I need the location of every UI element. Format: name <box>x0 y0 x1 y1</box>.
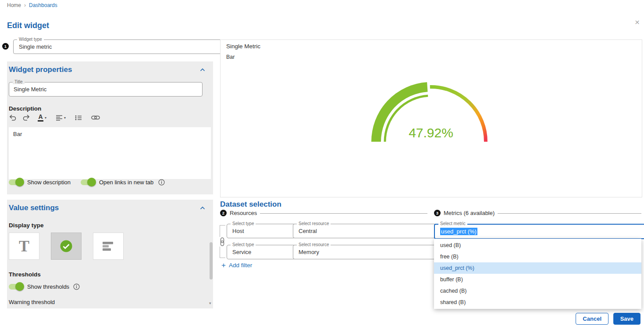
menu-item[interactable]: free (B) <box>434 251 641 262</box>
step-3-badge: 3 <box>434 210 441 216</box>
metric-select[interactable]: Select metric used_prct (%) ▴ <box>434 224 644 239</box>
dataset-selection-heading: Dataset selection <box>220 200 281 209</box>
metrics-section-header: 3 Metrics (6 available) <box>434 210 641 216</box>
widget-preview-panel: Single Metric Bar 47.92% <box>220 39 642 197</box>
chevron-up-icon[interactable] <box>200 68 205 72</box>
resource-select-1[interactable]: Select resource Central ▾ <box>293 224 444 238</box>
metrics-label: Metrics (6 available) <box>444 210 495 216</box>
menu-item-selected[interactable]: used_prct (%) <box>434 262 641 274</box>
title-field-label: Title <box>13 79 25 84</box>
display-type-gauge-button[interactable] <box>51 233 82 260</box>
list-icon[interactable] <box>75 115 82 121</box>
resources-section-header: 2 Resources <box>220 210 427 216</box>
chevron-up-icon[interactable] <box>200 206 205 210</box>
scroll-down-arrow-icon[interactable]: ▾ <box>209 301 211 305</box>
menu-item[interactable]: used (B) <box>434 240 641 251</box>
widget-type-value: Single metric <box>19 43 52 50</box>
description-editor[interactable]: Bar <box>9 127 211 179</box>
select-resource-label: Select resource <box>297 242 331 247</box>
widget-type-select[interactable]: Widget type Single metric ▾ <box>13 39 228 54</box>
metric-options-menu: used (B) free (B) used_prct (%) buffer (… <box>434 239 641 309</box>
save-button[interactable]: Save <box>613 313 640 325</box>
display-type-text-button[interactable]: T <box>9 233 39 260</box>
info-icon[interactable] <box>73 283 80 290</box>
breadcrumb-separator-icon: › <box>24 2 26 8</box>
preview-description: Bar <box>226 54 235 60</box>
description-toggles: Show description Open links in new tab <box>9 179 165 186</box>
plus-icon: + <box>221 262 226 269</box>
select-resource-label: Select resource <box>297 221 331 226</box>
align-icon[interactable]: ▾ <box>56 115 66 121</box>
text-color-icon[interactable]: A ▾ <box>38 114 46 122</box>
breadcrumb-home[interactable]: Home <box>7 2 21 8</box>
show-description-label: Show description <box>27 179 71 186</box>
description-toolbar: A ▾ ▾ <box>10 114 100 122</box>
check-circle-icon <box>59 239 73 253</box>
divider <box>260 213 427 214</box>
select-resource-value: Central <box>299 228 317 234</box>
preview-title: Single Metric <box>226 43 260 50</box>
select-type-value: Host <box>232 228 244 234</box>
show-thresholds-label: Show thresholds <box>27 283 69 290</box>
menu-item[interactable]: buffer (B) <box>434 274 641 285</box>
breadcrumb-dashboards[interactable]: Dashboards <box>29 2 57 8</box>
warning-threshold-label: Warning threshold <box>9 299 55 305</box>
link-icon[interactable] <box>91 115 100 120</box>
select-metric-label: Select metric <box>438 221 467 226</box>
info-icon[interactable] <box>158 179 165 186</box>
show-description-toggle[interactable] <box>9 179 23 185</box>
menu-item[interactable]: cached (B) <box>434 285 641 297</box>
step-2-badge: 2 <box>220 210 227 216</box>
add-filter-button[interactable]: + Add filter <box>221 262 252 269</box>
widget-properties-panel: Widget properties Title Description A ▾ … <box>7 61 213 194</box>
widget-type-label: Widget type <box>17 37 44 42</box>
step-1-badge: 1 <box>2 43 9 50</box>
select-resource-value: Memory <box>299 249 319 255</box>
value-settings-heading[interactable]: Value settings <box>9 204 59 212</box>
resources-label: Resources <box>230 210 257 216</box>
bars-display-icon <box>102 241 115 251</box>
page-title: Edit widget <box>7 21 49 30</box>
divider <box>498 213 641 214</box>
value-settings-panel: Value settings Display type T Thresholds… <box>7 200 213 308</box>
show-thresholds-toggle[interactable] <box>9 284 23 290</box>
select-type-label: Select type <box>231 221 256 226</box>
widget-properties-heading[interactable]: Widget properties <box>9 65 72 74</box>
menu-item[interactable]: shared (B) <box>434 297 641 308</box>
gauge-chart: 47.92% <box>365 76 497 146</box>
thresholds-toggle-row: Show thresholds <box>9 283 80 290</box>
resource-select-2[interactable]: Select resource Memory ▾ <box>293 245 444 259</box>
display-type-options: T <box>9 233 124 260</box>
close-icon[interactable]: × <box>635 18 640 26</box>
title-input[interactable] <box>9 82 203 97</box>
select-type-label: Select type <box>231 242 256 247</box>
open-links-toggle[interactable] <box>81 179 95 185</box>
select-metric-value: used_prct (%) <box>440 228 477 235</box>
gauge-value: 47.92% <box>409 125 453 140</box>
thresholds-label: Thresholds <box>9 271 41 278</box>
open-links-label: Open links in new tab <box>99 179 153 186</box>
description-label: Description <box>9 105 41 112</box>
display-type-bars-button[interactable] <box>93 233 124 260</box>
undo-icon[interactable] <box>10 115 17 121</box>
text-display-icon: T <box>19 238 29 254</box>
select-type-value: Service <box>232 249 251 255</box>
redo-icon[interactable] <box>22 115 29 121</box>
cancel-button[interactable]: Cancel <box>576 313 608 325</box>
scrollbar-thumb[interactable] <box>210 242 213 279</box>
add-filter-label: Add filter <box>229 262 252 269</box>
breadcrumb: Home › Dashboards <box>7 2 57 8</box>
chain-icon <box>219 237 226 247</box>
display-type-label: Display type <box>9 222 44 229</box>
